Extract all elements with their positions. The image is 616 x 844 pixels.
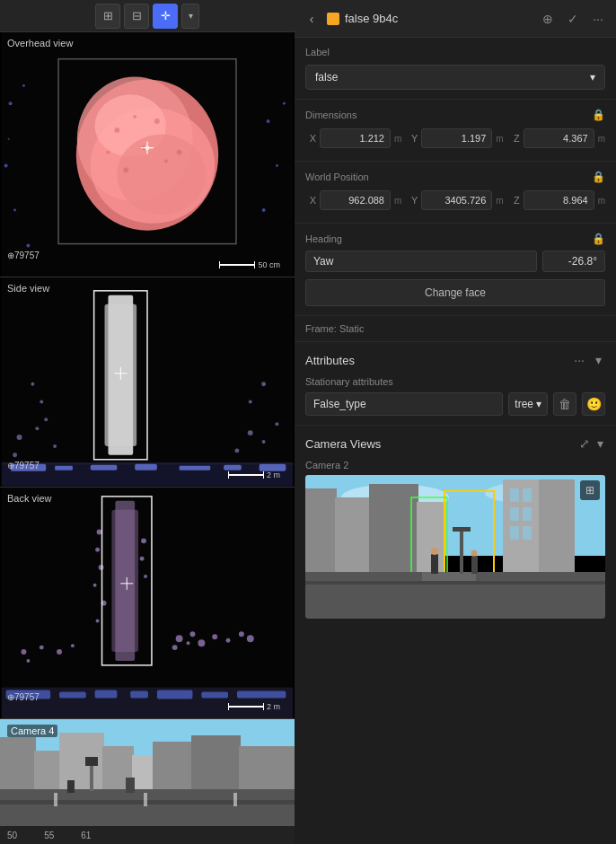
svg-point-1 xyxy=(9,101,13,105)
frame-static-label: Frame: Static xyxy=(295,316,616,342)
camera4-timeline: 50 55 61 xyxy=(0,826,295,844)
label-section: Label false ▾ xyxy=(295,38,616,100)
attributes-chevron-btn[interactable]: ▾ xyxy=(592,351,605,369)
heading-title: Heading xyxy=(305,233,342,244)
more-views-btn[interactable]: ▾ xyxy=(181,4,199,29)
tick-2: 55 xyxy=(44,831,54,840)
camera2-label: Camera 2 xyxy=(305,460,605,470)
check-icon-btn[interactable]: ✓ xyxy=(562,8,584,30)
camera-views-chevron[interactable]: ▾ xyxy=(595,435,605,453)
camera4-section: Camera 4 50 xyxy=(0,719,295,844)
svg-point-35 xyxy=(262,440,266,444)
dim-z-value[interactable]: 4.367 xyxy=(524,128,594,148)
svg-point-2 xyxy=(22,84,25,87)
svg-point-19 xyxy=(154,119,160,124)
attr-key[interactable]: False_type xyxy=(305,392,503,416)
svg-point-79 xyxy=(57,649,62,655)
attr-val-arrow: ▾ xyxy=(536,398,541,410)
dim-y-unit: m xyxy=(496,134,503,144)
label-dropdown[interactable]: false ▾ xyxy=(305,65,605,90)
svg-point-77 xyxy=(21,649,26,655)
svg-rect-125 xyxy=(523,526,532,540)
side-label: Side view xyxy=(7,283,49,294)
dimensions-section: Dimensions 🔒 X 1.212 m Y 1.197 m Z 4.367… xyxy=(295,100,616,162)
svg-rect-108 xyxy=(85,757,98,766)
tick-3: 61 xyxy=(81,831,91,840)
camera2-view: ⊞ xyxy=(305,475,605,619)
attr-value-dropdown[interactable]: tree ▾ xyxy=(508,392,548,416)
svg-rect-130 xyxy=(422,572,476,581)
svg-point-10 xyxy=(283,102,286,105)
dimensions-header: Dimensions 🔒 xyxy=(305,109,605,121)
back-scale: 2 m xyxy=(228,702,280,711)
camera2-expand-btn[interactable]: ⊞ xyxy=(580,480,600,500)
svg-point-31 xyxy=(35,426,39,430)
heading-value[interactable]: -26.8° xyxy=(542,251,605,272)
heading-type[interactable]: Yaw xyxy=(305,251,537,272)
svg-point-78 xyxy=(40,645,44,649)
split-view-btn[interactable]: ⊟ xyxy=(124,4,149,29)
side-pcl xyxy=(0,277,295,486)
wp-x-value[interactable]: 962.088 xyxy=(320,190,391,210)
back-pcl xyxy=(0,488,295,718)
crosshair-btn[interactable]: ✛ xyxy=(153,4,178,29)
world-position-lock-icon[interactable]: 🔒 xyxy=(592,171,605,183)
attr-emoji-btn[interactable]: 🙂 xyxy=(582,392,605,416)
svg-point-24 xyxy=(177,150,182,155)
wp-y-value[interactable]: 3405.726 xyxy=(421,190,492,210)
world-position-row: X 962.088 m Y 3405.726 m Z 8.964 m xyxy=(305,190,605,210)
change-face-button[interactable]: Change face xyxy=(305,279,605,306)
overhead-scale: 50 cm xyxy=(219,260,280,269)
svg-point-9 xyxy=(262,208,266,212)
add-icon-btn[interactable]: ⊕ xyxy=(537,8,559,30)
wp-x-label: X xyxy=(305,195,316,206)
camera-views-expand-icon[interactable]: ⤢ xyxy=(577,435,592,453)
svg-rect-124 xyxy=(510,526,519,540)
heading-lock-icon[interactable]: 🔒 xyxy=(592,233,605,245)
wp-x-field: X 962.088 m xyxy=(305,190,401,210)
svg-rect-52 xyxy=(135,464,157,470)
svg-rect-58 xyxy=(111,509,138,651)
wp-y-unit: m xyxy=(496,196,503,206)
attributes-header: Attributes ··· ▾ xyxy=(305,351,605,369)
svg-point-33 xyxy=(53,444,57,448)
attr-delete-btn[interactable]: 🗑 xyxy=(553,392,576,416)
camera4-label: Camera 4 xyxy=(7,725,57,737)
toolbar: ⊞ ⊟ ✛ ▾ xyxy=(0,0,295,32)
svg-point-5 xyxy=(26,244,30,248)
svg-point-42 xyxy=(261,382,266,386)
overhead-view-section: Overhead view xyxy=(0,32,295,277)
svg-point-16 xyxy=(117,135,206,215)
grid-view-btn[interactable]: ⊞ xyxy=(95,4,120,29)
svg-rect-89 xyxy=(130,690,148,698)
dim-x-unit: m xyxy=(394,134,401,144)
svg-point-73 xyxy=(239,631,244,637)
attr-val-text: tree xyxy=(515,398,533,410)
label-value: false xyxy=(315,71,338,84)
header-actions: ⊕ ✓ ··· xyxy=(537,8,609,30)
svg-rect-122 xyxy=(510,507,519,521)
back-id: ⊕79757 xyxy=(7,692,40,702)
svg-rect-123 xyxy=(523,507,532,521)
attributes-dots-btn[interactable]: ··· xyxy=(570,351,588,369)
svg-point-136 xyxy=(471,550,478,557)
svg-point-7 xyxy=(267,119,270,123)
dropdown-arrow: ▾ xyxy=(590,71,595,84)
dim-y-value[interactable]: 1.197 xyxy=(421,128,492,148)
svg-rect-120 xyxy=(510,488,519,502)
svg-point-67 xyxy=(144,575,147,578)
wp-y-field: Y 3405.726 m xyxy=(407,190,503,210)
svg-point-40 xyxy=(44,418,48,421)
dim-z-field: Z 4.367 m xyxy=(509,128,605,148)
back-button[interactable]: ‹ xyxy=(302,9,321,29)
dimensions-lock-icon[interactable]: 🔒 xyxy=(592,109,605,121)
svg-point-37 xyxy=(275,422,278,426)
overhead-id: ⊕79757 xyxy=(7,251,40,260)
more-options-btn[interactable]: ··· xyxy=(587,8,609,30)
overhead-pcl xyxy=(0,32,295,277)
wp-z-value[interactable]: 8.964 xyxy=(524,190,594,210)
camera-views-icons: ⤢ ▾ xyxy=(577,435,605,453)
svg-rect-51 xyxy=(91,465,118,470)
svg-point-61 xyxy=(99,565,104,570)
dim-x-value[interactable]: 1.212 xyxy=(320,128,391,148)
